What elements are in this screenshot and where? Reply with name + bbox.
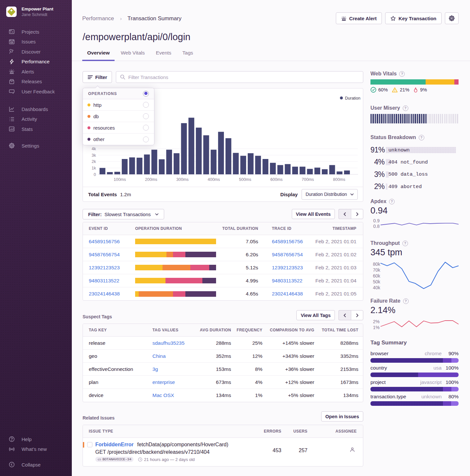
svg-text:800ms: 800ms: [333, 177, 345, 182]
svg-text:4k: 4k: [92, 147, 96, 151]
svg-text:600ms: 600ms: [270, 177, 283, 182]
svg-text:0.8: 0.8: [373, 224, 380, 229]
svg-text:0: 0: [94, 172, 96, 177]
svg-text:700ms: 700ms: [302, 177, 314, 182]
svg-text:500ms: 500ms: [239, 177, 251, 182]
svg-text:Duration: Duration: [345, 96, 360, 101]
svg-text:1%: 1%: [373, 325, 380, 330]
svg-text:80k: 80k: [373, 262, 381, 267]
svg-text:200ms: 200ms: [145, 177, 157, 182]
svg-text:2k: 2k: [92, 159, 96, 164]
svg-text:70k: 70k: [373, 267, 381, 273]
svg-text:2%: 2%: [373, 319, 380, 324]
svg-text:3k: 3k: [92, 153, 96, 158]
svg-text:100ms: 100ms: [114, 177, 126, 182]
svg-text:0.9: 0.9: [373, 218, 380, 223]
svg-text:40k: 40k: [373, 285, 381, 290]
svg-text:400ms: 400ms: [208, 177, 220, 182]
svg-text:50k: 50k: [373, 279, 381, 284]
svg-text:1k: 1k: [92, 166, 96, 170]
svg-text:60k: 60k: [373, 273, 381, 278]
svg-text:300ms: 300ms: [176, 177, 189, 182]
